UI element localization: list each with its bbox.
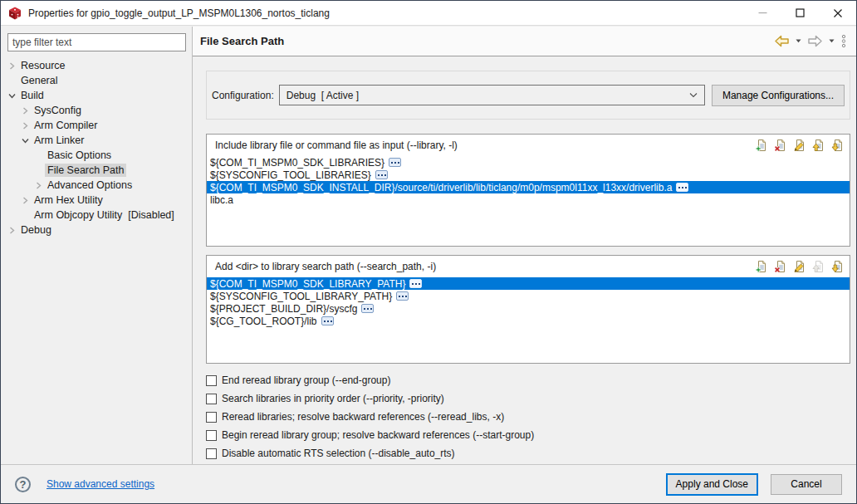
ellipsis-badge-icon[interactable] (396, 291, 409, 301)
checkbox-row-end-reread-library-group-end-g: End reread library group (--end-group) (206, 371, 850, 389)
checkbox[interactable] (206, 430, 217, 441)
dialog-body: ResourceGeneralBuildSysConfigArm Compile… (1, 27, 856, 464)
chevron-right-icon[interactable] (19, 107, 32, 115)
checkbox-row-reread-libraries-resolve-backw: Reread libraries; resolve backward refer… (206, 408, 850, 426)
configuration-select[interactable]: Debug [ Active ] (279, 85, 705, 105)
tree-item-debug[interactable]: Debug (1, 223, 192, 237)
library-item[interactable]: ${COM_TI_MSPM0_SDK_LIBRARIES} (207, 156, 850, 169)
maximize-icon[interactable] (781, 1, 819, 25)
chevron-right-icon[interactable] (32, 182, 45, 189)
library-item[interactable]: ${SYSCONFIG_TOOL_LIBRARIES} (207, 169, 850, 181)
minimize-icon[interactable] (744, 1, 781, 25)
tree-item-label: Arm Hex Utility (32, 193, 105, 207)
back-icon[interactable] (773, 34, 791, 48)
properties-dialog: Properties for gpio_toggle_output_LP_MSP… (0, 0, 857, 504)
help-icon[interactable]: ? (15, 477, 31, 492)
item-text: ${COM_TI_MSPM0_SDK_LIBRARY_PATH} (210, 278, 405, 290)
tree-item-sysconfig[interactable]: SysConfig (1, 103, 192, 118)
tree-item-label: Arm Linker (32, 134, 86, 147)
chevron-right-icon[interactable] (19, 122, 32, 130)
forward-dropdown-icon[interactable] (828, 38, 835, 44)
remove-file-icon[interactable] (772, 258, 789, 275)
item-text: ${COM_TI_MSPM0_SDK_LIBRARIES} (210, 157, 384, 169)
add-file-icon[interactable] (753, 137, 770, 154)
tree-item-arm-compiler[interactable]: Arm Compiler (1, 118, 192, 133)
checkbox-label: Search libraries in priority order (--pr… (222, 393, 444, 404)
checkbox[interactable] (206, 394, 217, 404)
apply-and-close-button[interactable]: Apply and Close (667, 474, 757, 495)
tree-item-advanced-options[interactable]: Advanced Options (1, 178, 192, 193)
add-file-icon[interactable] (753, 258, 770, 275)
tree-item-label: Arm Compiler (32, 119, 100, 132)
filter-input[interactable] (7, 33, 186, 51)
back-dropdown-icon[interactable] (795, 38, 802, 44)
chevron-right-icon[interactable] (6, 62, 18, 70)
chevron-right-icon[interactable] (19, 197, 32, 204)
app-icon (8, 7, 22, 20)
tree-item-label: SysConfig (32, 104, 84, 117)
manage-configurations-button[interactable]: Manage Configurations... (712, 85, 845, 106)
move-down-icon[interactable] (830, 258, 846, 275)
tree-item-build[interactable]: Build (1, 88, 192, 103)
checkbox[interactable] (206, 448, 217, 459)
configuration-label: Configuration: (212, 90, 274, 101)
include-library-header: Include library file or command file as … (207, 135, 850, 156)
page-title: File Search Path (200, 35, 284, 47)
tree-item-general[interactable]: General (1, 73, 192, 88)
tree-item-label: Arm Objcopy Utility [Disabled] (32, 208, 177, 222)
close-icon[interactable] (819, 1, 856, 25)
search-path-item[interactable]: ${PROJECT_BUILD_DIR}/syscfg (207, 302, 850, 315)
chevron-right-icon[interactable] (6, 227, 18, 234)
ellipsis-badge-icon[interactable] (375, 170, 388, 179)
move-down-icon[interactable] (830, 137, 846, 154)
item-text: ${CG_TOOL_ROOT}/lib (210, 316, 317, 327)
chevron-down-icon[interactable] (6, 92, 18, 100)
ellipsis-badge-icon[interactable] (676, 183, 688, 192)
tree-item-label: Debug (18, 223, 54, 237)
move-up-icon[interactable] (810, 137, 827, 154)
include-library-toolbar (753, 137, 846, 154)
page-content: Configuration: Debug [ Active ] Manage C… (193, 56, 856, 464)
search-path-item[interactable]: ${COM_TI_MSPM0_SDK_LIBRARY_PATH} (207, 277, 850, 290)
tree-item-arm-objcopy-utility-disabled[interactable]: Arm Objcopy Utility [Disabled] (1, 208, 192, 223)
library-item[interactable]: ${COM_TI_MSPM0_SDK_INSTALL_DIR}/source/t… (207, 181, 850, 193)
checkbox[interactable] (206, 412, 217, 423)
window-controls (744, 1, 856, 25)
tree-item-resource[interactable]: Resource (1, 58, 192, 73)
remove-file-icon[interactable] (772, 137, 789, 154)
search-path-list: Add <dir> to library search path (--sear… (206, 255, 850, 364)
tree-item-label: Basic Options (45, 149, 114, 162)
tree-item-label: File Search Path (45, 164, 126, 177)
cancel-button[interactable]: Cancel (771, 474, 842, 495)
search-path-rows: ${COM_TI_MSPM0_SDK_LIBRARY_PATH}${SYSCON… (207, 277, 850, 327)
include-library-title: Include library file or command file as … (215, 139, 753, 151)
checkbox-row-disable-automatic-rts-selectio: Disable automatic RTS selection (--disab… (206, 444, 850, 462)
ellipsis-badge-icon[interactable] (409, 279, 422, 288)
tree-item-label: Resource (18, 59, 68, 72)
show-advanced-settings-link[interactable]: Show advanced settings (47, 478, 154, 490)
item-text: ${SYSCONFIG_TOOL_LIBRARY_PATH} (210, 291, 392, 302)
tree-item-arm-linker[interactable]: Arm Linker (1, 133, 192, 148)
library-item[interactable]: libc.a (207, 193, 850, 206)
sidebar: ResourceGeneralBuildSysConfigArm Compile… (1, 27, 193, 464)
linker-options-checkboxes: End reread library group (--end-group)Se… (206, 371, 850, 462)
tree-item-label: Advanced Options (45, 179, 135, 192)
edit-file-icon[interactable] (791, 137, 808, 154)
search-path-item[interactable]: ${CG_TOOL_ROOT}/lib (207, 315, 850, 327)
search-path-title: Add <dir> to library search path (--sear… (215, 261, 753, 272)
ellipsis-badge-icon[interactable] (321, 316, 334, 325)
view-menu-icon[interactable] (840, 33, 848, 49)
ellipsis-badge-icon[interactable] (389, 158, 401, 167)
tree-item-basic-options[interactable]: Basic Options (1, 148, 192, 163)
footer-buttons: Apply and Close Cancel (667, 474, 842, 495)
checkbox[interactable] (206, 375, 217, 386)
item-text: ${PROJECT_BUILD_DIR}/syscfg (210, 303, 357, 315)
forward-icon[interactable] (806, 34, 824, 48)
history-nav (773, 33, 848, 49)
ellipsis-badge-icon[interactable] (361, 304, 374, 313)
search-path-item[interactable]: ${SYSCONFIG_TOOL_LIBRARY_PATH} (207, 290, 850, 302)
chevron-down-icon[interactable] (19, 137, 32, 144)
tree-item-arm-hex-utility[interactable]: Arm Hex Utility (1, 193, 192, 208)
tree-item-file-search-path[interactable]: File Search Path (1, 163, 192, 178)
edit-file-icon[interactable] (791, 258, 808, 275)
